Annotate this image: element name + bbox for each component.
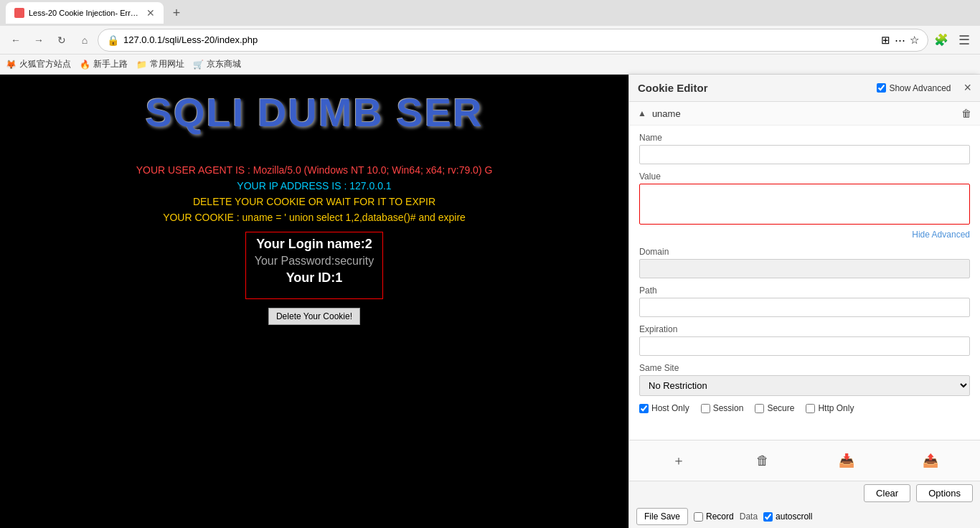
export-button[interactable]: 📤 <box>918 448 943 473</box>
value-label: Value <box>639 171 970 182</box>
bookmark-icon[interactable]: ☆ <box>910 34 919 47</box>
bookmark-icon-common: 📁 <box>136 60 147 70</box>
tab-close-btn[interactable]: ✕ <box>146 7 155 19</box>
bookmark-newbie[interactable]: 🔥 新手上路 <box>80 58 128 70</box>
delete-cookie-button[interactable]: Delete Your Cookie! <box>268 308 360 325</box>
secure-checkbox[interactable] <box>755 404 764 413</box>
expiration-field-group: Expiration <box>639 324 970 356</box>
session-checkbox[interactable] <box>701 404 710 413</box>
bookmark-label-common: 常用网址 <box>150 58 184 70</box>
address-bar[interactable]: 🔒 ⊞ ⋯ ☆ <box>98 29 928 52</box>
bookmark-common[interactable]: 📁 常用网址 <box>136 58 184 70</box>
delete-cookie-text: DELETE YOUR COOKIE OR WAIT FOR IT TO EXP… <box>136 196 493 207</box>
website-content: SQLI DUMB SER YOUR USER AGENT IS : Mozil… <box>0 75 628 528</box>
domain-input[interactable] <box>639 259 970 278</box>
add-cookie-button[interactable]: ＋ <box>666 448 692 473</box>
show-advanced-label: Show Advanced <box>889 83 951 93</box>
main-content: SQLI DUMB SER YOUR USER AGENT IS : Mozil… <box>0 75 980 528</box>
autoscroll-label: autoscroll <box>776 512 812 522</box>
session-label: Session <box>713 403 744 413</box>
value-input[interactable] <box>639 184 970 225</box>
expiration-label: Expiration <box>639 324 970 334</box>
http-only-checkbox-item[interactable]: Http Only <box>806 403 854 413</box>
domain-field-group: Domain <box>639 247 970 278</box>
home-button[interactable]: ⌂ <box>75 30 95 50</box>
delete-all-button[interactable]: 🗑 <box>750 448 776 473</box>
bookmark-jd[interactable]: 🛒 京东商城 <box>193 58 241 70</box>
collapse-button[interactable]: ▲ <box>638 108 646 118</box>
record-label: Record <box>706 512 734 522</box>
same-site-label: Same Site <box>639 363 970 373</box>
bottom-section: Clear Options File Save Record Data auto… <box>629 481 980 528</box>
same-site-select[interactable]: No Restriction Lax Strict <box>639 375 970 396</box>
clear-button[interactable]: Clear <box>864 484 910 502</box>
cookie-value-text: YOUR COOKIE : uname = ' union select 1,2… <box>136 212 493 223</box>
editor-title: Cookie Editor <box>638 82 708 94</box>
bookmark-icon-firefox: 🦊 <box>6 60 17 70</box>
record-checkbox[interactable] <box>694 512 703 522</box>
close-button[interactable]: × <box>963 80 971 95</box>
address-icons: ⊞ ⋯ ☆ <box>881 34 919 47</box>
editor-body: Name Value Hide Advanced Domain Path <box>629 126 980 440</box>
path-input[interactable] <box>639 298 970 317</box>
extensions-icon[interactable]: 🧩 <box>931 30 951 50</box>
path-field-group: Path <box>639 286 970 317</box>
user-id-text: Your ID:1 <box>255 270 374 286</box>
autoscroll-checkbox-item[interactable]: autoscroll <box>763 512 812 522</box>
same-site-field-group: Same Site No Restriction Lax Strict <box>639 363 970 396</box>
http-only-checkbox[interactable] <box>806 404 815 413</box>
login-info-box: Your Login name:2 Your Password:security… <box>245 232 384 299</box>
show-advanced-control: Show Advanced <box>877 83 951 93</box>
active-tab[interactable]: Less-20 Cookie Injection- Error E ✕ <box>6 2 164 24</box>
browser-controls: ← → ↻ ⌂ 🔒 ⊞ ⋯ ☆ 🧩 ☰ <box>0 26 980 55</box>
site-title: SQLI DUMB SER <box>146 89 484 136</box>
bookmark-label: 火狐官方站点 <box>19 58 71 70</box>
domain-label: Domain <box>639 247 970 257</box>
cookie-list-item: ▲ uname 🗑 <box>629 102 980 126</box>
security-icon: 🔒 <box>107 34 119 46</box>
secure-checkbox-item[interactable]: Secure <box>755 403 794 413</box>
user-agent-text: YOUR USER AGENT IS : Mozilla/5.0 (Window… <box>136 164 493 176</box>
name-label: Name <box>639 133 970 143</box>
cookie-editor-panel: Cookie Editor Show Advanced × ▲ uname 🗑 … <box>628 75 980 528</box>
login-name-text: Your Login name:2 <box>255 237 374 252</box>
expiration-input[interactable] <box>639 336 970 356</box>
host-only-checkbox[interactable] <box>639 404 649 413</box>
host-only-checkbox-item[interactable]: Host Only <box>639 403 689 413</box>
file-save-button[interactable]: File Save <box>636 508 688 525</box>
cookie-name-label: uname <box>652 108 681 119</box>
bottom-actions: Clear Options <box>629 481 980 505</box>
autoscroll-checkbox[interactable] <box>763 512 773 522</box>
options-button[interactable]: Options <box>916 484 973 502</box>
host-only-label: Host Only <box>651 403 689 413</box>
name-input[interactable] <box>639 145 970 164</box>
bookmark-label-newbie: 新手上路 <box>93 58 128 70</box>
password-text: Your Password:security <box>255 255 374 268</box>
tab-bar: Less-20 Cookie Injection- Error E ✕ + <box>0 0 980 26</box>
same-site-select-group: No Restriction Lax Strict <box>639 375 970 396</box>
bookmark-icon-newbie: 🔥 <box>80 60 90 70</box>
value-field-group: Value Hide Advanced <box>639 171 970 240</box>
bookmarks-bar: 🦊 火狐官方站点 🔥 新手上路 📁 常用网址 🛒 京东商城 <box>0 55 980 75</box>
session-checkbox-item[interactable]: Session <box>701 403 744 413</box>
forward-button[interactable]: → <box>29 30 49 50</box>
qr-icon[interactable]: ⊞ <box>881 34 890 47</box>
new-tab-button[interactable]: + <box>166 3 187 23</box>
back-button[interactable]: ← <box>6 30 26 50</box>
bookmark-firefox[interactable]: 🦊 火狐官方站点 <box>6 58 71 70</box>
secure-label: Secure <box>767 403 794 413</box>
path-label: Path <box>639 286 970 296</box>
tab-title: Less-20 Cookie Injection- Error E <box>29 9 142 17</box>
http-only-label: Http Only <box>818 403 854 413</box>
checkboxes-row: Host Only Session Secure Http Only <box>639 403 970 413</box>
show-advanced-checkbox[interactable] <box>877 83 886 93</box>
record-checkbox-item[interactable]: Record <box>694 512 734 522</box>
refresh-button[interactable]: ↻ <box>52 30 72 50</box>
url-input[interactable] <box>123 34 877 45</box>
delete-cookie-icon[interactable]: 🗑 <box>961 108 971 119</box>
more-icon[interactable]: ⋯ <box>895 34 905 47</box>
menu-icon[interactable]: ☰ <box>954 30 974 50</box>
import-button[interactable]: 📥 <box>834 448 859 473</box>
hide-advanced-link[interactable]: Hide Advanced <box>639 230 970 240</box>
site-info: YOUR USER AGENT IS : Mozilla/5.0 (Window… <box>136 164 493 325</box>
